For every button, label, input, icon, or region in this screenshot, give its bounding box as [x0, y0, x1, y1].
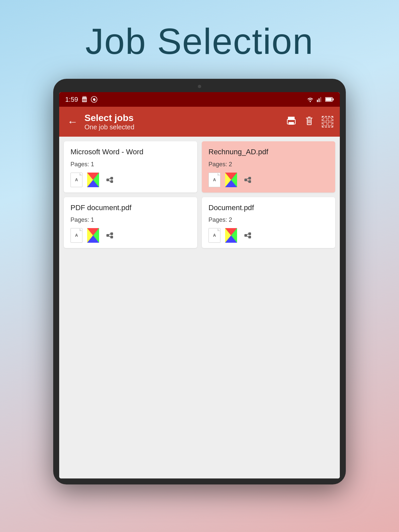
svg-rect-46: [244, 179, 247, 181]
status-time: 1:59: [65, 96, 78, 103]
tablet-camera: [198, 85, 201, 88]
doc-icon-2: A: [208, 173, 220, 187]
share-icon-1[interactable]: [104, 173, 116, 187]
job-title-2: Rechnung_AD.pdf: [208, 147, 329, 157]
svg-rect-44: [248, 177, 251, 180]
svg-rect-16: [333, 98, 334, 100]
svg-rect-62: [244, 234, 247, 237]
print-button[interactable]: [286, 115, 297, 128]
svg-rect-54: [106, 234, 109, 237]
share-icon-2[interactable]: [242, 173, 254, 187]
background-title: Job Selection: [85, 20, 314, 62]
job-title-1: Microsoft Word - Word: [70, 147, 191, 157]
svg-rect-52: [110, 232, 113, 235]
svg-rect-1: [83, 96, 83, 98]
color-icon-4: [225, 228, 237, 243]
app-bar: ← Select jobs One job selected: [59, 107, 340, 137]
svg-rect-5: [82, 100, 86, 100]
svg-rect-29: [324, 122, 327, 126]
svg-rect-38: [106, 179, 109, 181]
svg-rect-37: [110, 180, 113, 183]
svg-rect-30: [328, 122, 332, 126]
svg-rect-12: [320, 97, 321, 102]
delete-button[interactable]: [304, 115, 315, 128]
doc-icon-4: A: [208, 228, 220, 243]
job-pages-1: Pages: 1: [70, 161, 191, 168]
svg-rect-61: [248, 236, 251, 238]
wifi-icon: [307, 96, 314, 102]
job-card-2[interactable]: Rechnung_AD.pdf Pages: 2 A: [202, 141, 335, 193]
tablet-screen: 1:59: [59, 92, 340, 478]
svg-rect-2: [84, 96, 85, 98]
share-icon-4[interactable]: [242, 228, 254, 243]
status-right-icons: [307, 96, 334, 102]
app-bar-subtitle: One job selected: [84, 123, 281, 131]
svg-rect-45: [248, 180, 251, 183]
svg-rect-27: [324, 118, 327, 121]
svg-rect-36: [110, 177, 113, 180]
job-card-3[interactable]: PDF document.pdf Pages: 1 A: [64, 197, 197, 248]
doc-icon-3: A: [70, 228, 82, 243]
job-title-3: PDF document.pdf: [70, 203, 191, 213]
color-icon-2: [225, 173, 237, 187]
svg-rect-28: [328, 118, 332, 121]
app-bar-title: Select jobs: [84, 113, 281, 123]
status-bar: 1:59: [59, 92, 340, 107]
tablet-device: 1:59: [53, 79, 346, 484]
svg-rect-19: [289, 122, 294, 125]
svg-rect-11: [319, 98, 320, 102]
battery-icon: [325, 97, 334, 102]
job-card-4[interactable]: Document.pdf Pages: 2 A: [202, 197, 335, 248]
color-icon-3: [87, 228, 99, 243]
svg-rect-4: [82, 99, 86, 99]
svg-point-9: [310, 101, 311, 102]
signal-icon: [317, 96, 323, 102]
back-button[interactable]: ←: [66, 116, 79, 128]
svg-rect-60: [248, 232, 251, 235]
doc-icon-1: A: [70, 173, 82, 187]
share-icon-3[interactable]: [104, 228, 116, 243]
svg-rect-6: [82, 101, 86, 101]
job-card-1[interactable]: Microsoft Word - Word Pages: 1 A: [64, 141, 197, 193]
svg-rect-53: [110, 236, 113, 238]
svg-rect-3: [85, 96, 86, 98]
color-icon-1: [87, 173, 99, 187]
job-title-4: Document.pdf: [208, 203, 329, 213]
select-all-button[interactable]: [322, 116, 333, 127]
job-pages-3: Pages: 1: [70, 216, 191, 223]
svg-rect-10: [317, 100, 318, 102]
content-area: Microsoft Word - Word Pages: 1 A: [59, 137, 340, 478]
svg-rect-20: [288, 121, 289, 122]
sd-card-icon: [81, 96, 87, 103]
job-pages-4: Pages: 2: [208, 216, 329, 223]
job-pages-2: Pages: 2: [208, 161, 329, 168]
at-icon: [91, 96, 97, 103]
svg-rect-15: [326, 98, 332, 101]
